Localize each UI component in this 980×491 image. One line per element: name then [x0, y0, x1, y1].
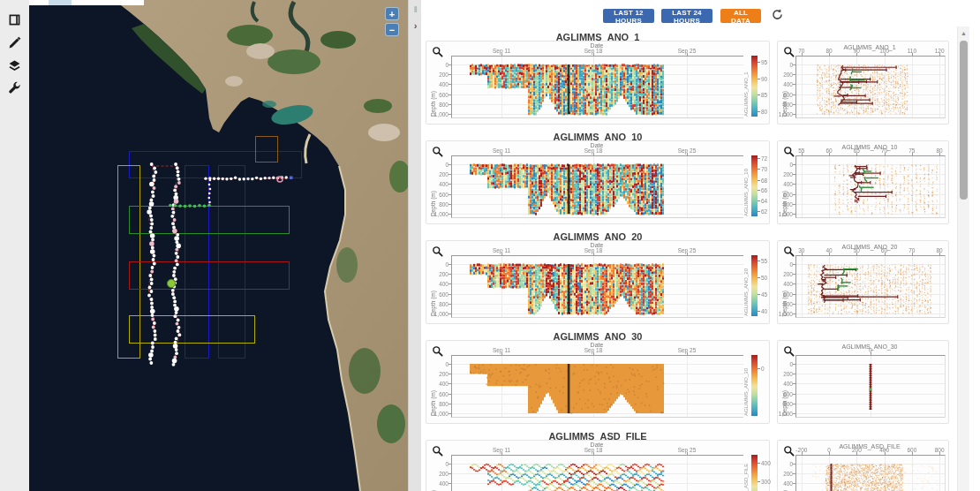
x-tick-label: 70 [798, 48, 804, 54]
x-tick-label: Sep 18 [584, 48, 603, 54]
colorbar [751, 255, 758, 316]
y-tick-label: 200 [432, 471, 449, 477]
panel-divider[interactable]: ‖ › [408, 0, 422, 491]
colorbar-tick-label: 66 [761, 187, 767, 193]
x-tick-label: Sep 25 [678, 347, 697, 353]
x-tick-label: Sep 11 [493, 48, 510, 54]
x-tick-label: 70 [881, 147, 887, 154]
x-tick-label: 90 [854, 48, 860, 54]
colorbar-tick-mark [758, 169, 760, 170]
map-zoom-in-button[interactable]: + [385, 7, 399, 20]
y-tick-label: 600 [776, 291, 793, 297]
x-tick-label: 0 [827, 447, 831, 453]
colorbar-label: AGLIMMS_ANO_20 [742, 255, 750, 316]
y-tick-label: 800 [432, 400, 449, 406]
y-tick-label: 400 [432, 480, 449, 487]
heatmap-plot[interactable]: Sep 11Sep 18Sep 2502004006008001,000 [451, 56, 743, 118]
all-data-button[interactable]: ALL DATA [720, 9, 761, 23]
divider-handle-icon[interactable]: ‖ [409, 5, 422, 14]
profile-canvas[interactable] [796, 256, 945, 317]
y-tick-label: 0 [432, 461, 449, 467]
profile-canvas[interactable] [796, 57, 945, 117]
refresh-button[interactable] [769, 8, 785, 24]
scrollbar-up-arrow[interactable]: ▲ [958, 30, 969, 36]
x-tick-label: -200 [795, 447, 807, 453]
profile-plot[interactable]: 002004006008001,000 [795, 355, 946, 418]
divider-collapse-icon[interactable]: › [409, 20, 422, 31]
x-tick-label: 40 [826, 247, 833, 253]
x-tick-label: 400 [879, 447, 889, 453]
profile-plot[interactable]: 70809010011012002004006008001,000 [795, 56, 946, 118]
scrollbar-thumb[interactable] [960, 41, 968, 200]
last-12-hours-button[interactable]: LAST 12 HOURS [603, 9, 654, 23]
layers-icon[interactable] [6, 57, 24, 74]
heatmap-canvas[interactable] [452, 57, 743, 117]
profile-plot[interactable]: 55606570758002004006008001,000 [795, 155, 946, 218]
heatmap-canvas[interactable] [452, 156, 743, 217]
y-tick-label: 800 [432, 200, 449, 207]
x-tick-label: 80 [826, 48, 833, 54]
y-tick-label: 400 [776, 81, 793, 87]
profile-canvas[interactable] [796, 156, 945, 217]
colorbar-tick-label: 300 [761, 478, 771, 484]
y-tick-label: 0 [432, 162, 449, 168]
x-tick-label: 600 [907, 447, 916, 453]
last-24-hours-button[interactable]: LAST 24 HOURS [661, 9, 712, 23]
colorbar-tick-mark [758, 481, 760, 482]
profile-title: AGLIMMS_ANO_1 [795, 44, 944, 50]
heatmap-plot[interactable]: Sep 11Sep 18Sep 2502004006008001,000 [451, 255, 743, 318]
x-tick-label: 80 [936, 147, 942, 154]
survey-box-red [129, 261, 290, 290]
colorbar [751, 155, 758, 216]
profile-title: AGLIMMS_ASD_FILE [795, 443, 944, 449]
colorbar-tick-label: 95 [761, 58, 767, 64]
profile-card: AGLIMMS_ASD_FILE Depth (m) -200020040060… [777, 440, 949, 491]
y-tick-label: 200 [432, 171, 449, 178]
heatmap-plot[interactable]: Sep 11Sep 18Sep 2502004006008001,000 [451, 355, 743, 418]
colorbar-tick-mark [758, 79, 760, 79]
y-tick-label: 1,000 [776, 111, 793, 117]
heatmap-canvas[interactable] [452, 256, 743, 317]
y-tick-label: 600 [432, 291, 449, 297]
y-tick-label: 0 [776, 162, 793, 168]
x-tick-label: Sep 11 [493, 147, 510, 154]
heatmap-plot[interactable]: Sep 11Sep 18Sep 2502004006008001,000 [451, 455, 743, 491]
profile-plot[interactable]: 30405060708002004006008001,000 [795, 255, 946, 318]
y-tick-label: 200 [776, 171, 793, 178]
x-tick-label: Sep 25 [678, 447, 697, 453]
heatmap-card: Date Depth (m) Sep 11Sep 18Sep 250200400… [426, 340, 770, 424]
profile-card: AGLIMMS_ANO_1 Depth (m) 7080901001101200… [777, 41, 949, 125]
y-tick-label: 200 [776, 471, 793, 477]
wrench-icon[interactable] [6, 79, 24, 97]
map-top-strip [29, 0, 144, 5]
heatmap-canvas[interactable] [452, 456, 743, 491]
heatmap-card: Date Depth (m) Sep 11Sep 18Sep 250200400… [426, 41, 770, 125]
pen-icon[interactable] [6, 34, 24, 51]
map-icon[interactable] [6, 11, 24, 28]
x-tick-label: Sep 25 [678, 48, 697, 54]
colorbar-tick-label: 80 [761, 108, 767, 114]
y-tick-label: 1,000 [776, 211, 793, 217]
x-tick-label: Sep 18 [584, 347, 603, 353]
heatmap-plot[interactable]: Sep 11Sep 18Sep 2502004006008001,000 [451, 155, 743, 218]
y-tick-label: 0 [432, 361, 449, 367]
heatmap-canvas[interactable] [452, 356, 743, 417]
profile-plot[interactable]: -200020040060080002004006008001,000 [795, 455, 946, 491]
map-container[interactable]: + − [29, 0, 408, 491]
map-zoom-out-button[interactable]: − [385, 23, 399, 36]
y-tick-label: 1,000 [432, 211, 449, 217]
x-tick-label: 75 [908, 147, 915, 154]
profile-canvas[interactable] [796, 456, 945, 491]
colorbar-tick-mark [758, 463, 760, 464]
y-tick-label: 400 [776, 480, 793, 487]
y-tick-label: 1,000 [776, 311, 793, 317]
profile-canvas[interactable] [796, 356, 945, 417]
x-tick-label: 100 [879, 48, 889, 54]
y-tick-label: 600 [776, 91, 793, 97]
colorbar [751, 355, 758, 416]
panel-scrollbar[interactable]: ▲ [957, 26, 969, 491]
chart-row: AGLIMMS_ANO_10 Date Depth (m) Sep 11Sep … [421, 132, 980, 231]
x-tick-label: 55 [798, 147, 804, 154]
y-tick-label: 400 [776, 181, 793, 187]
y-tick-label: 1,000 [776, 411, 793, 417]
